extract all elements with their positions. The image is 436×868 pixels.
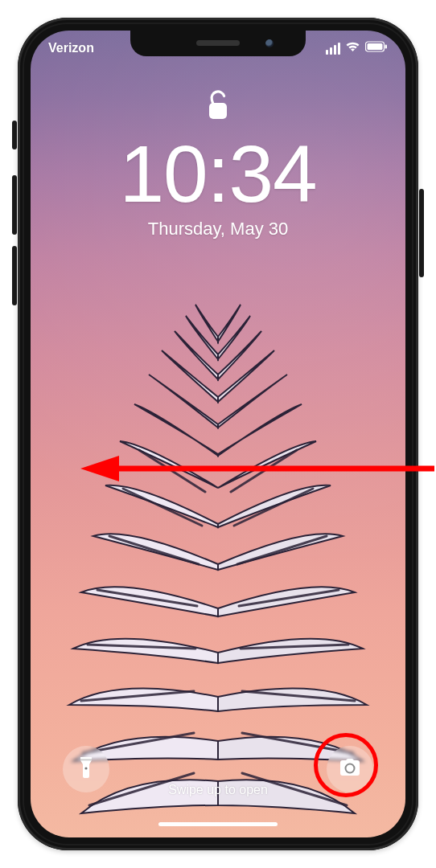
unlock-icon	[206, 88, 230, 125]
mute-switch[interactable]	[12, 121, 17, 149]
svg-line-11	[231, 450, 297, 492]
volume-down-button[interactable]	[12, 246, 17, 305]
svg-rect-1	[368, 43, 383, 50]
svg-line-17	[109, 536, 199, 564]
carrier-label: Verizon	[48, 41, 94, 55]
svg-line-6	[242, 691, 355, 701]
svg-line-7	[241, 645, 348, 649]
cellular-signal-icon	[326, 43, 340, 55]
flashlight-icon	[77, 755, 95, 783]
device-frame: Verizon	[18, 18, 418, 850]
svg-point-20	[84, 767, 87, 769]
swipe-up-hint: Swipe up to open	[31, 783, 405, 797]
svg-line-14	[81, 691, 194, 701]
clock-time: 10:34	[31, 133, 405, 214]
clock-date: Thursday, May 30	[31, 219, 405, 240]
svg-line-16	[97, 590, 197, 606]
svg-line-10	[234, 489, 313, 526]
status-right	[326, 41, 388, 55]
svg-line-9	[237, 536, 327, 564]
svg-line-8	[239, 590, 339, 606]
wallpaper-plant	[49, 227, 387, 837]
svg-rect-2	[385, 45, 388, 49]
volume-up-button[interactable]	[12, 175, 17, 235]
side-button[interactable]	[419, 189, 424, 277]
camera-icon	[338, 758, 362, 780]
wifi-icon	[345, 41, 360, 55]
svg-rect-3	[209, 103, 227, 119]
svg-line-15	[88, 645, 195, 649]
stage: Verizon	[0, 0, 436, 868]
battery-icon	[365, 41, 388, 55]
lock-block: 10:34 Thursday, May 30	[31, 88, 405, 240]
status-bar: Verizon	[31, 39, 405, 58]
svg-line-18	[123, 489, 202, 526]
svg-line-19	[139, 450, 205, 492]
lock-screen[interactable]: Verizon	[31, 31, 405, 837]
home-indicator[interactable]	[158, 822, 278, 826]
svg-rect-21	[80, 760, 92, 761]
